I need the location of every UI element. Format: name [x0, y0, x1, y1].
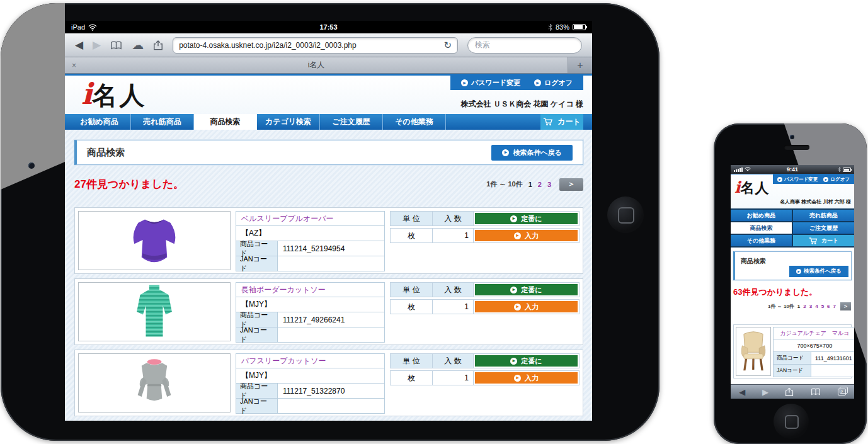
input-button[interactable]: ▸入力 [475, 230, 578, 241]
clock: 9:41 [731, 166, 854, 173]
product-image[interactable] [78, 211, 231, 270]
web-page: i名人 ▸ パスワード変更 ▸ ログオフ 株式会社 ＵＳＫ商会 花園 ケイコ 様… [65, 74, 592, 421]
product-image[interactable] [78, 353, 231, 413]
share-icon[interactable] [785, 387, 794, 396]
product-image[interactable] [736, 327, 771, 376]
product-name-link[interactable]: 長袖ボーダーカットソー [236, 283, 331, 297]
product-code-value: 111217_51322870 [278, 384, 384, 398]
password-change-link[interactable]: ▸ パスワード変更 [461, 78, 520, 88]
search-input[interactable]: 検索 [467, 37, 582, 54]
back-to-conditions-button[interactable]: ▸ 検索条件へ戻る [491, 145, 573, 161]
main-nav: お勧め商品 売れ筋商品 商品検索 カテゴリ検索 ご注文履歴 その他業務 カート [65, 114, 592, 130]
search-placeholder: 検索 [475, 40, 490, 50]
unit-header: 単 位 [390, 353, 433, 368]
site-logo[interactable]: i名人 [734, 179, 770, 195]
ipad-home-button[interactable] [607, 196, 644, 233]
product-row: パフスリーブカットソー 【MJY】 商品コード 111217_51322870 … [74, 350, 583, 416]
logoff-label: ログオフ [544, 78, 573, 88]
jan-code-value [278, 327, 384, 342]
pagination: 1件 ～ 10件 1 2 3 4 5 6 7 ＞ [734, 302, 851, 310]
iphone-home-button[interactable] [774, 404, 809, 439]
safari-tab-bar: × i名人 + [65, 57, 592, 74]
cart-button[interactable]: カート [540, 114, 583, 130]
qty-value: 1 [433, 370, 474, 385]
product-detail-table: パフスリーブカットソー 【MJY】 商品コード 111217_51322870 … [236, 353, 385, 413]
product-image[interactable] [78, 282, 231, 341]
new-tab-button[interactable]: + [568, 57, 592, 73]
bookmarks-icon[interactable] [811, 388, 821, 396]
nav-other[interactable]: その他業務 [731, 235, 792, 246]
logoff-link[interactable]: ▸ ログオフ [823, 176, 850, 183]
nav-order-history[interactable]: ご注文履歴 [793, 222, 854, 234]
qty-value: 1 [433, 228, 474, 243]
site-logo[interactable]: i名人 [81, 79, 146, 108]
page-link-2[interactable]: 2 [538, 181, 542, 188]
circle-arrow-icon: ▸ [514, 375, 521, 382]
password-change-link[interactable]: ▸ パスワード変更 [777, 176, 818, 183]
reload-icon[interactable]: ↻ [443, 40, 452, 51]
icloud-tabs-icon[interactable]: ☁ [132, 39, 144, 51]
nav-product-search[interactable]: 商品検索 [731, 222, 792, 234]
back-to-conditions-button[interactable]: ▸ 検索条件へ戻る [789, 266, 848, 277]
page-title: 商品検索 [87, 147, 125, 159]
share-icon[interactable] [153, 40, 163, 50]
nav-bestsellers[interactable]: 売れ筋商品 [793, 210, 854, 221]
back-to-conditions-label: 検索条件へ戻る [804, 268, 842, 275]
page-link-1[interactable]: 1 [528, 181, 532, 188]
qty-header: 入 数 [433, 353, 474, 368]
browser-back-button[interactable]: ◀ [739, 388, 745, 396]
set-regular-button[interactable]: ▸定番に [475, 284, 578, 295]
nav-recommended[interactable]: お勧め商品 [731, 210, 792, 221]
product-row: カジュアルチェア マルコ 700×675×700 商品コード 111_49131… [733, 324, 852, 379]
logged-in-user: 株式会社 ＵＳＫ商会 花園 ケイコ 様 [461, 99, 583, 110]
set-regular-button[interactable]: ▸定番に [475, 213, 578, 224]
set-regular-button[interactable]: ▸定番に [475, 355, 578, 367]
next-page-button[interactable]: ＞ [840, 302, 851, 310]
next-page-button[interactable]: ＞ [559, 178, 583, 191]
page-link-3[interactable]: 3 [809, 304, 812, 309]
result-row: 27件見つかりました。 1件 ～ 10件 1 2 3 ＞ [74, 177, 583, 191]
browser-tab[interactable]: × i名人 [65, 57, 568, 73]
page-link-5[interactable]: 5 [821, 304, 824, 309]
url-text: potato-4.osaka.usknet.co.jp/i2a/i2_0003/… [179, 41, 357, 50]
address-bar[interactable]: potato-4.osaka.usknet.co.jp/i2a/i2_0003/… [173, 37, 458, 54]
nav-recommended[interactable]: お勧め商品 [68, 114, 131, 130]
page-link-3[interactable]: 3 [547, 181, 551, 188]
back-to-conditions-label: 検索条件へ戻る [513, 148, 562, 157]
tab-title: i名人 [65, 60, 568, 71]
input-button[interactable]: ▸入力 [475, 301, 578, 312]
nav-other[interactable]: その他業務 [383, 114, 446, 130]
product-name-link[interactable]: ベルスリーブプルオーバー [236, 212, 339, 225]
qty-header: 入 数 [433, 282, 474, 297]
nav-order-history[interactable]: ご注文履歴 [320, 114, 383, 130]
cart-button[interactable]: カート [793, 235, 854, 246]
order-table: 単 位 入 数 ▸定番に 枚 1 ▸入力 [390, 211, 580, 270]
page-content: 商品検索 ▸ 検索条件へ戻る 27件見つかりました。 1件 ～ 10件 1 2 … [65, 130, 592, 416]
page-link-7[interactable]: 7 [833, 304, 836, 309]
browser-forward-button[interactable]: ▶ [93, 40, 101, 50]
iphone-status-bar: 9:41 [731, 165, 854, 174]
main-nav: お勧め商品 売れ筋商品 商品検索 ご注文履歴 その他業務 カート [731, 208, 854, 248]
input-button[interactable]: ▸入力 [475, 372, 578, 384]
circle-arrow-icon: ▸ [777, 177, 782, 182]
nav-category-search[interactable]: カテゴリ検索 [257, 114, 320, 130]
product-name-link[interactable]: カジュアルチェア マルコ [774, 327, 854, 339]
logoff-link[interactable]: ▸ ログオフ [534, 78, 573, 88]
page-link-6[interactable]: 6 [827, 304, 830, 309]
browser-back-button[interactable]: ◀ [75, 40, 83, 50]
password-change-label: パスワード変更 [471, 78, 520, 88]
nav-bestsellers[interactable]: 売れ筋商品 [131, 114, 194, 130]
gray-puff-sleeve-image [124, 355, 185, 411]
pagination: 1件 ～ 10件 1 2 3 ＞ [486, 178, 583, 191]
page-link-2[interactable]: 2 [803, 304, 806, 309]
page-link-4[interactable]: 4 [815, 304, 818, 309]
product-detail-table: 長袖ボーダーカットソー 【MJY】 商品コード 111217_49266241 … [236, 282, 385, 341]
ipad-bezel-reflection [1, 3, 65, 255]
product-code-value: 111217_49266241 [278, 312, 384, 327]
bookmarks-icon[interactable] [110, 41, 122, 50]
browser-forward-button[interactable]: ▶ [762, 388, 768, 396]
page-link-1[interactable]: 1 [797, 304, 800, 309]
pages-icon[interactable]: 2 [838, 389, 846, 396]
product-name-link[interactable]: パフスリーブカットソー [236, 354, 331, 368]
nav-product-search[interactable]: 商品検索 [194, 114, 257, 130]
